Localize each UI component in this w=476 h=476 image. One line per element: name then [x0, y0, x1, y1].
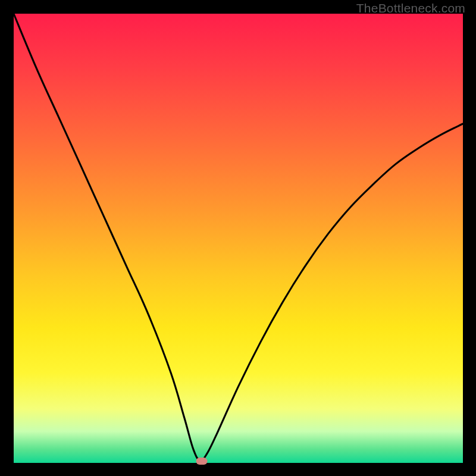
optimum-marker: [196, 458, 207, 465]
chart-frame: TheBottleneck.com: [0, 0, 476, 476]
plot-area: [14, 14, 463, 463]
curve-svg: [14, 14, 463, 463]
bottleneck-curve-path: [14, 14, 463, 461]
